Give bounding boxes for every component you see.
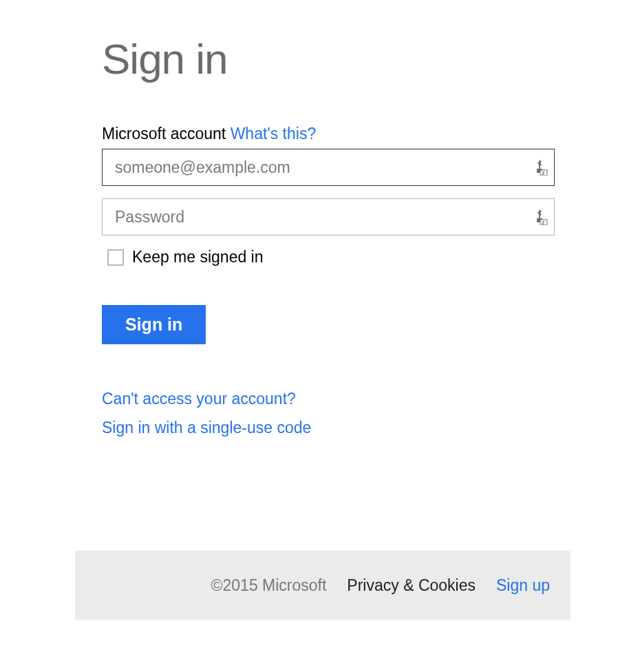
keep-signed-in-row: Keep me signed in	[102, 248, 555, 266]
copyright-text: ©2015 Microsoft	[211, 576, 327, 595]
sign-up-link[interactable]: Sign up	[496, 576, 550, 595]
email-input[interactable]	[102, 149, 555, 186]
keep-signed-in-label: Keep me signed in	[132, 248, 264, 266]
sign-in-button[interactable]: Sign in	[102, 305, 206, 344]
cant-access-account-link[interactable]: Can't access your account?	[102, 390, 296, 409]
privacy-cookies-link[interactable]: Privacy & Cookies	[347, 576, 476, 595]
whats-this-link[interactable]: What's this?	[231, 125, 317, 143]
keep-signed-in-checkbox[interactable]	[107, 249, 124, 266]
account-label-row: Microsoft account What's this?	[102, 125, 555, 143]
account-label: Microsoft account	[102, 125, 226, 143]
footer: ©2015 Microsoft Privacy & Cookies Sign u…	[75, 551, 571, 620]
page-title: Sign in	[102, 34, 555, 83]
password-input[interactable]	[102, 198, 555, 235]
single-use-code-link[interactable]: Sign in with a single-use code	[102, 419, 311, 438]
